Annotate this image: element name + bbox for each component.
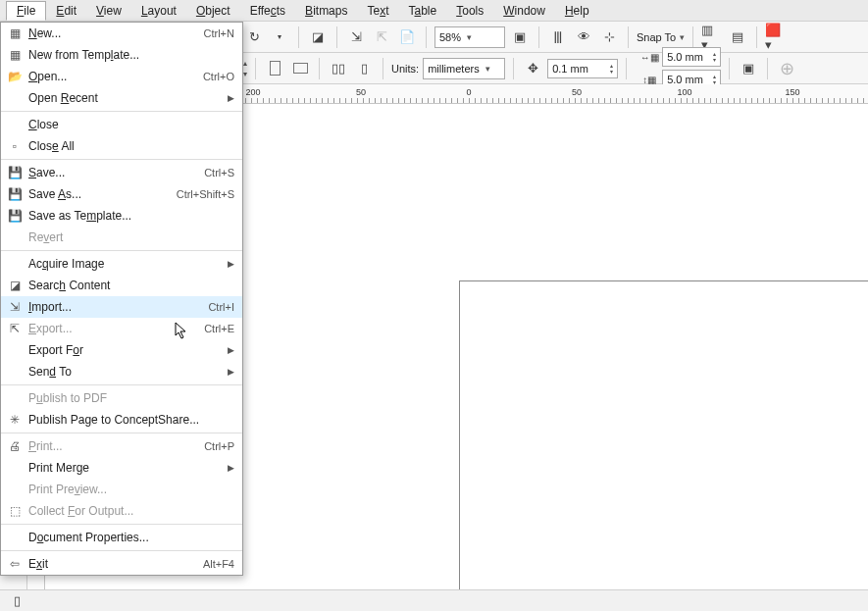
chevron-right-icon: ▶ (228, 463, 234, 473)
eye-icon[interactable]: 👁 (573, 26, 594, 48)
nudge-input[interactable]: 0.1 mm ▴▾ (547, 59, 618, 78)
ruler-tick-label: 0 (466, 87, 471, 97)
menu-item[interactable]: 💾Save As...Ctrl+Shift+S (1, 183, 242, 205)
chevron-up-icon[interactable]: ▴ (243, 59, 247, 68)
app-launcher-icon[interactable]: 🟥 ▾ (765, 26, 787, 48)
guidelines-icon[interactable]: ⊹ (598, 26, 620, 48)
current-page-icon[interactable]: ▯ (353, 58, 375, 79)
full-screen-icon[interactable]: ▣ (509, 26, 531, 48)
dup-x-input[interactable]: 5.0 mm ▴▾ (662, 47, 721, 67)
page-nav-icon[interactable]: ▯ (6, 590, 27, 612)
ruler-tick-label: 200 (245, 87, 260, 97)
menu-item[interactable]: Send To▶ (1, 361, 242, 382)
portrait-icon[interactable] (264, 58, 285, 79)
menu-item[interactable]: ▦New from Template... (1, 44, 242, 66)
chevron-down-icon[interactable]: ▾ (243, 70, 247, 78)
separator (426, 26, 427, 48)
chevron-down-icon: ▾ (467, 32, 472, 42)
menu-item-accelerator: Ctrl+Shift+S (177, 188, 234, 200)
all-pages-icon[interactable]: ▯▯ (328, 58, 349, 79)
separator (538, 26, 539, 48)
redo-more-icon[interactable]: ▾ (269, 26, 290, 48)
chevron-down-icon[interactable]: ▾ (680, 32, 685, 42)
menu-item-icon: 💾 (1, 166, 28, 179)
separator (767, 58, 768, 79)
menubar-item[interactable]: Effects (240, 2, 295, 20)
nudge-value: 0.1 mm (552, 63, 588, 75)
page-size-stack: ▴ ▾ (243, 59, 247, 78)
menu-item[interactable]: 💾Save...Ctrl+S (1, 162, 242, 183)
menu-item[interactable]: Export For▶ (1, 339, 242, 361)
menu-item-icon: ▦ (1, 48, 28, 62)
units-combo[interactable]: millimeters ▾ (423, 58, 505, 79)
file-dropdown-menu: ▦New...Ctrl+N▦New from Template...📂Open.… (0, 22, 243, 576)
publish-pdf-icon[interactable]: 📄 (396, 26, 418, 48)
menu-item: ⇱Export...Ctrl+E (1, 318, 242, 339)
menu-item-label: Save as Template... (28, 209, 234, 223)
treat-as-filled-icon[interactable]: ▣ (738, 58, 759, 79)
menu-item[interactable]: Acquire Image▶ (1, 253, 242, 275)
separator (513, 58, 514, 79)
separator (255, 58, 256, 79)
search-content-icon[interactable]: ◪ (307, 26, 329, 48)
export-icon[interactable]: ⇱ (371, 26, 392, 48)
zoom-combo[interactable]: 58% ▾ (434, 26, 505, 48)
chevron-right-icon: ▶ (228, 345, 234, 355)
menu-item[interactable]: ⇲Import...Ctrl+I (1, 296, 242, 318)
menubar-item[interactable]: Layout (131, 2, 186, 20)
menu-item: Print Preview... (1, 479, 242, 500)
menubar-item[interactable]: Edit (46, 2, 86, 20)
menu-item[interactable]: 📂Open...Ctrl+O (1, 66, 242, 87)
menu-item[interactable]: ⇦ExitAlt+F4 (1, 553, 242, 575)
menu-item[interactable]: ◪Search Content (1, 275, 242, 296)
separator (756, 26, 757, 48)
menubar-item[interactable]: File (6, 1, 46, 21)
menubar-item[interactable]: Object (186, 2, 240, 20)
menu-item-icon: ⇲ (1, 300, 28, 314)
menu-item-icon: ▫ (1, 139, 28, 153)
menubar-item[interactable]: Help (555, 2, 599, 20)
menu-item-label: Revert (28, 230, 234, 244)
menu-item-label: Publish Page to ConceptShare... (28, 413, 234, 427)
menu-item: Revert (1, 227, 242, 248)
menu-item[interactable]: Document Properties... (1, 527, 242, 548)
menubar-item[interactable]: Window (493, 2, 555, 20)
menu-item[interactable]: Close (1, 114, 242, 135)
menubar-item[interactable]: Text (357, 2, 398, 20)
menu-item-icon: ⇦ (1, 557, 28, 571)
separator (626, 58, 627, 79)
menu-item[interactable]: ▦New...Ctrl+N (1, 23, 242, 44)
landscape-icon[interactable] (289, 58, 311, 79)
menubar-item[interactable]: Table (399, 2, 447, 20)
separator (729, 58, 730, 79)
menu-item[interactable]: ✳Publish Page to ConceptShare... (1, 409, 242, 431)
menu-item-accelerator: Ctrl+S (204, 167, 234, 178)
menu-item[interactable]: ▫Close All (1, 135, 242, 157)
import-icon[interactable]: ⇲ (345, 26, 367, 48)
menu-item-label: New from Template... (28, 48, 234, 62)
menu-item-icon: ⇱ (1, 322, 28, 335)
separator (336, 26, 337, 48)
menu-item: Publish to PDF (1, 387, 242, 409)
launcher-icon[interactable]: ▤ (727, 26, 748, 48)
options-icon[interactable]: ▥ ▾ (701, 26, 723, 48)
rulers-icon[interactable]: 𝍫 (547, 26, 569, 48)
page-rectangle (459, 280, 868, 611)
menu-item[interactable]: 💾Save as Template... (1, 205, 242, 227)
menubar-item[interactable]: View (86, 2, 131, 20)
separator (319, 58, 320, 79)
menu-item[interactable]: Print Merge▶ (1, 457, 242, 479)
menu-item-label: New... (28, 26, 196, 40)
menubar-item[interactable]: Tools (446, 2, 493, 20)
redo-icon[interactable]: ↻ (243, 26, 265, 48)
menubar-item[interactable]: Bitmaps (295, 2, 357, 20)
menu-item-label: Send To (28, 365, 220, 379)
ruler-tick-label: 150 (785, 87, 799, 97)
add-icon[interactable]: ⊕ (776, 58, 797, 79)
menu-item-icon: 💾 (1, 209, 28, 223)
chevron-right-icon: ▶ (228, 93, 234, 103)
menu-item-icon: ◪ (1, 279, 28, 292)
menu-item-label: Print... (28, 439, 196, 453)
zoom-value: 58% (439, 31, 461, 43)
menu-item[interactable]: Open Recent▶ (1, 87, 242, 109)
